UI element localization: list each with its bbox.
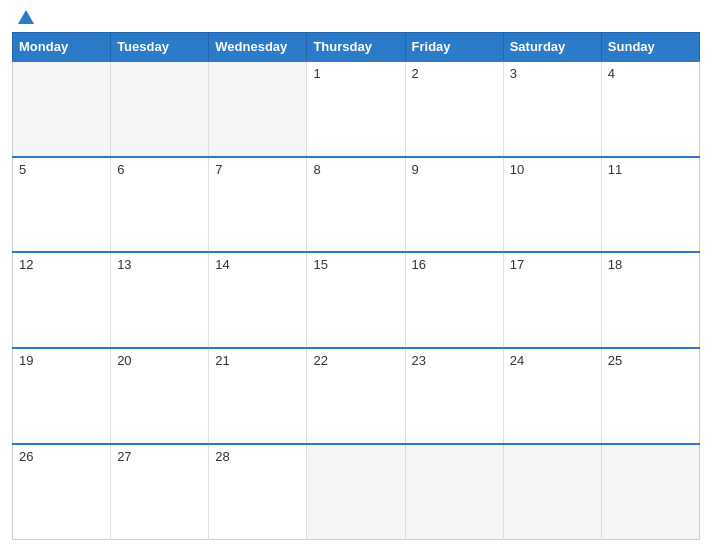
weekday-header-monday: Monday <box>13 33 111 62</box>
day-number: 15 <box>313 257 327 272</box>
calendar-day-cell: 28 <box>209 444 307 540</box>
day-number: 5 <box>19 162 26 177</box>
calendar-week-row: 1234 <box>13 61 700 157</box>
day-number: 10 <box>510 162 524 177</box>
calendar-page: MondayTuesdayWednesdayThursdayFridaySatu… <box>0 0 712 550</box>
calendar-day-cell: 4 <box>601 61 699 157</box>
calendar-day-cell: 25 <box>601 348 699 444</box>
calendar-day-cell: 23 <box>405 348 503 444</box>
day-number: 27 <box>117 449 131 464</box>
calendar-day-cell: 7 <box>209 157 307 253</box>
calendar-day-cell: 22 <box>307 348 405 444</box>
calendar-day-cell: 10 <box>503 157 601 253</box>
calendar-day-cell: 3 <box>503 61 601 157</box>
day-number: 12 <box>19 257 33 272</box>
day-number: 21 <box>215 353 229 368</box>
calendar-day-cell: 19 <box>13 348 111 444</box>
day-number: 1 <box>313 66 320 81</box>
weekday-header-friday: Friday <box>405 33 503 62</box>
day-number: 9 <box>412 162 419 177</box>
logo <box>14 10 36 24</box>
day-number: 4 <box>608 66 615 81</box>
calendar-day-cell <box>503 444 601 540</box>
calendar-day-cell: 1 <box>307 61 405 157</box>
calendar-day-cell: 8 <box>307 157 405 253</box>
day-number: 11 <box>608 162 622 177</box>
calendar-day-cell: 2 <box>405 61 503 157</box>
day-number: 3 <box>510 66 517 81</box>
calendar-day-cell: 13 <box>111 252 209 348</box>
day-number: 20 <box>117 353 131 368</box>
day-number: 2 <box>412 66 419 81</box>
calendar-day-cell: 9 <box>405 157 503 253</box>
calendar-day-cell: 20 <box>111 348 209 444</box>
calendar-day-cell: 26 <box>13 444 111 540</box>
day-number: 16 <box>412 257 426 272</box>
calendar-day-cell: 18 <box>601 252 699 348</box>
weekday-header-saturday: Saturday <box>503 33 601 62</box>
day-number: 26 <box>19 449 33 464</box>
logo-triangle-icon <box>18 10 34 24</box>
day-number: 22 <box>313 353 327 368</box>
calendar-day-cell <box>209 61 307 157</box>
day-number: 13 <box>117 257 131 272</box>
calendar-day-cell <box>601 444 699 540</box>
weekday-header-wednesday: Wednesday <box>209 33 307 62</box>
day-number: 23 <box>412 353 426 368</box>
day-number: 14 <box>215 257 229 272</box>
calendar-day-cell: 14 <box>209 252 307 348</box>
calendar-day-cell <box>405 444 503 540</box>
calendar-week-row: 12131415161718 <box>13 252 700 348</box>
day-number: 7 <box>215 162 222 177</box>
calendar-day-cell: 6 <box>111 157 209 253</box>
weekday-header-sunday: Sunday <box>601 33 699 62</box>
weekday-header-row: MondayTuesdayWednesdayThursdayFridaySatu… <box>13 33 700 62</box>
calendar-day-cell: 11 <box>601 157 699 253</box>
day-number: 25 <box>608 353 622 368</box>
calendar-day-cell: 15 <box>307 252 405 348</box>
calendar-day-cell <box>13 61 111 157</box>
day-number: 8 <box>313 162 320 177</box>
day-number: 17 <box>510 257 524 272</box>
weekday-header-thursday: Thursday <box>307 33 405 62</box>
day-number: 28 <box>215 449 229 464</box>
calendar-table: MondayTuesdayWednesdayThursdayFridaySatu… <box>12 32 700 540</box>
day-number: 19 <box>19 353 33 368</box>
calendar-day-cell: 24 <box>503 348 601 444</box>
calendar-week-row: 567891011 <box>13 157 700 253</box>
header <box>12 10 700 24</box>
day-number: 18 <box>608 257 622 272</box>
calendar-week-row: 19202122232425 <box>13 348 700 444</box>
calendar-day-cell: 5 <box>13 157 111 253</box>
calendar-week-row: 262728 <box>13 444 700 540</box>
calendar-day-cell: 12 <box>13 252 111 348</box>
calendar-day-cell: 27 <box>111 444 209 540</box>
calendar-day-cell: 16 <box>405 252 503 348</box>
calendar-day-cell: 17 <box>503 252 601 348</box>
weekday-header-tuesday: Tuesday <box>111 33 209 62</box>
day-number: 6 <box>117 162 124 177</box>
calendar-day-cell <box>111 61 209 157</box>
calendar-day-cell <box>307 444 405 540</box>
calendar-day-cell: 21 <box>209 348 307 444</box>
day-number: 24 <box>510 353 524 368</box>
